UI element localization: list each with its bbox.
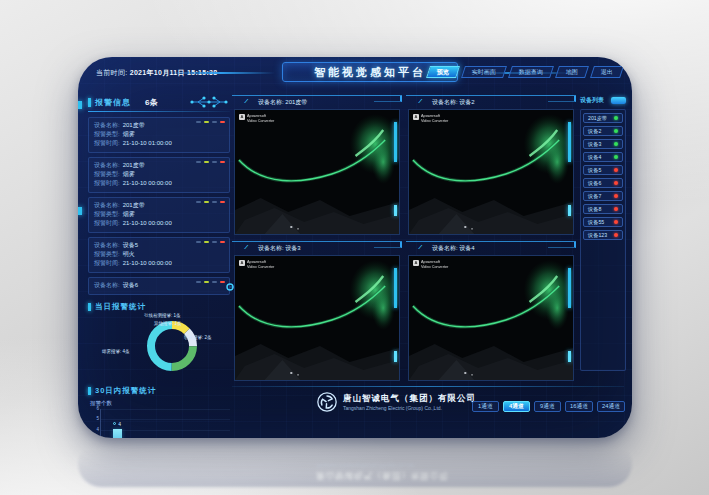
nav-button-label: 地图	[566, 68, 578, 77]
watermark-text: ApowersoftVideo Converter	[421, 260, 448, 269]
nav-button-1[interactable]: 预览	[426, 66, 460, 78]
y-tick-label: 4	[91, 427, 99, 432]
watermark-icon: A	[413, 114, 419, 120]
status-dash	[204, 161, 209, 163]
alarm-field: 报警类型:烟雾	[94, 170, 224, 179]
nav-button-4[interactable]: 地图	[555, 66, 589, 78]
device-name: 201皮带	[588, 115, 607, 122]
watermark-line2: Video Converter	[247, 265, 274, 270]
nav-buttons: 预览实时画面数据查询地图退出	[428, 66, 622, 78]
nav-button-3[interactable]: 数据查询	[508, 66, 554, 78]
daily-stats-title: 当日报警统计	[88, 301, 230, 313]
donut-label: 明火报警: 2条	[184, 335, 212, 340]
video-panel-header: ∕∕设备名称: 201皮带	[232, 95, 402, 108]
channel-button-4通道[interactable]: 4通道	[503, 401, 530, 412]
video-feed[interactable]: AApowersoftVideo Converter	[234, 255, 400, 381]
device-list-item-设备7[interactable]: 设备7	[583, 191, 623, 201]
device-status-dot	[614, 129, 618, 133]
video-panel-header: ∕∕设备名称: 设备2	[406, 95, 576, 108]
scrollbar-decoration	[394, 205, 397, 216]
device-status-dot	[614, 194, 618, 198]
channel-button-label: 24通道	[602, 402, 620, 411]
alarm-field-label: 报警时间:	[94, 219, 120, 228]
scrollbar-decoration	[394, 268, 397, 308]
y-tick-label: 6	[91, 406, 99, 411]
status-dash	[196, 121, 201, 123]
company-name-cn: 唐山智诚电气（集团）有限公司	[343, 393, 476, 405]
video-frame	[235, 110, 399, 234]
device-list-item-设备2[interactable]: 设备2	[583, 126, 623, 136]
video-panel-3[interactable]: ∕∕设备名称: 设备3 AApowersoftVideo Converter	[232, 241, 402, 383]
video-panel-2[interactable]: ∕∕设备名称: 设备2 AApowersoftVideo Converter	[406, 95, 576, 237]
alarm-field-label: 设备名称:	[94, 121, 120, 130]
bar-value: 4	[118, 421, 121, 427]
alarm-header: 报警信息 6条	[88, 95, 230, 109]
channel-button-1通道[interactable]: 1通道	[472, 401, 499, 412]
alarm-card[interactable]: 设备名称:201皮带报警类型:烟雾报警时间:21-10-10 00:00:00	[88, 157, 230, 193]
device-search-button[interactable]	[611, 97, 626, 104]
nav-button-5[interactable]: 退出	[590, 66, 624, 78]
device-list-item-设备55[interactable]: 设备55	[583, 217, 623, 227]
video-panel-title: 设备名称: 设备2	[432, 98, 475, 107]
nav-button-label: 实时画面	[472, 68, 496, 77]
device-name: 设备8	[588, 206, 601, 213]
alarm-field-label: 报警时间:	[94, 139, 120, 148]
alarm-field-label: 设备名称:	[94, 241, 120, 250]
device-list-item-设备3[interactable]: 设备3	[583, 139, 623, 149]
alarm-card[interactable]: 设备名称:201皮带报警类型:烟雾报警时间:21-10-10 00:00:00	[88, 197, 230, 233]
channel-button-16通道[interactable]: 16通道	[565, 401, 593, 412]
alarm-field: 报警时间:21-10-10 01:00:00	[94, 139, 224, 148]
video-watermark: AApowersoftVideo Converter	[239, 114, 274, 123]
video-panel-1[interactable]: ∕∕设备名称: 201皮带 AApowersoftVideo Converter	[232, 95, 402, 237]
device-name: 设备3	[588, 141, 601, 148]
alarm-field-label: 设备名称:	[94, 201, 120, 210]
alarm-field-value: 21-10-10 01:00:00	[123, 139, 172, 148]
device-list-item-201皮带[interactable]: 201皮带	[583, 113, 623, 123]
edge-decoration	[78, 101, 82, 109]
watermark-text: ApowersoftVideo Converter	[247, 114, 274, 123]
network-topology-icon	[188, 95, 230, 109]
device-name: 设备6	[588, 180, 601, 187]
video-panel-header: ∕∕设备名称: 设备3	[232, 241, 402, 254]
device-list-item-设备4[interactable]: 设备4	[583, 152, 623, 162]
alarm-field: 报警时间:21-10-10 00:00:00	[94, 179, 224, 188]
alarm-list: 设备名称:201皮带报警类型:烟雾报警时间:21-10-10 01:00:00设…	[88, 117, 230, 295]
scrollbar-decoration	[568, 205, 571, 216]
device-list-item-设备8[interactable]: 设备8	[583, 204, 623, 214]
alarm-status-strip	[196, 121, 225, 123]
video-watermark: AApowersoftVideo Converter	[413, 260, 448, 269]
channel-button-label: 9通道	[540, 402, 555, 411]
device-list-item-设备6[interactable]: 设备6	[583, 178, 623, 188]
alarm-card[interactable]: 设备名称:设备5报警类型:明火报警时间:21-10-10 00:00:00	[88, 237, 230, 273]
alarm-card[interactable]: 设备名称:201皮带报警类型:烟雾报警时间:21-10-10 01:00:00	[88, 117, 230, 153]
edge-decoration	[78, 207, 82, 215]
status-dash	[220, 121, 225, 123]
status-dash	[220, 241, 225, 243]
device-list-item-设备123[interactable]: 设备123	[583, 230, 623, 240]
video-feed[interactable]: AApowersoftVideo Converter	[408, 255, 574, 381]
alarm-field-value: 201皮带	[123, 201, 145, 210]
channel-button-9通道[interactable]: 9通道	[534, 401, 561, 412]
status-dash	[212, 161, 217, 163]
video-panel-4[interactable]: ∕∕设备名称: 设备4 AApowersoftVideo Converter	[406, 241, 576, 383]
device-list-title: 设备列表	[580, 96, 604, 105]
reflection-company-en: Tangshan Zhicheng Electric (Group) Co.,L…	[316, 463, 449, 469]
bar-column-烟雾: 4	[106, 421, 128, 438]
alarm-field-value: 21-10-10 00:00:00	[123, 219, 172, 228]
channel-button-24通道[interactable]: 24通道	[597, 401, 625, 412]
device-name: 设备7	[588, 193, 601, 200]
bar-value-marker: 4	[113, 421, 121, 427]
alarm-field-value: 201皮带	[123, 121, 145, 130]
video-feed[interactable]: AApowersoftVideo Converter	[234, 109, 400, 235]
device-list-item-设备5[interactable]: 设备5	[583, 165, 623, 175]
device-sidebar: 设备列表 201皮带设备2设备3设备4设备5设备6设备7设备8设备55设备123	[580, 95, 626, 395]
alarm-field: 报警时间:21-10-10 00:00:00	[94, 259, 224, 268]
scrollbar-decoration	[394, 351, 397, 362]
watermark-line2: Video Converter	[421, 265, 448, 270]
alarm-field: 报警类型:烟雾	[94, 210, 224, 219]
video-panel-header: ∕∕设备名称: 设备4	[406, 241, 576, 254]
bars-container: 4200	[101, 409, 230, 438]
alarm-card[interactable]: 设备名称:设备6	[88, 277, 230, 295]
video-feed[interactable]: AApowersoftVideo Converter	[408, 109, 574, 235]
nav-button-2[interactable]: 实时画面	[461, 66, 507, 78]
